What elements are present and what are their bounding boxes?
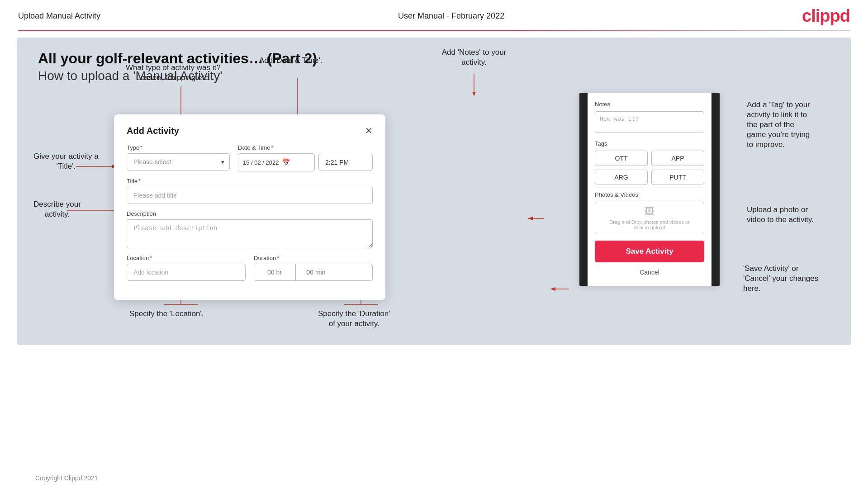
top-divider bbox=[18, 30, 850, 31]
duration-annotation: Specify the 'Duration' of your activity. bbox=[318, 309, 390, 329]
datetime-annotation: Add 'Date & Time'. bbox=[259, 56, 323, 66]
svg-marker-18 bbox=[527, 217, 533, 220]
logo: clippd bbox=[802, 6, 850, 26]
tag-annotation: Add a 'Tag' to your activity to link it … bbox=[747, 100, 846, 150]
title-group: Title* bbox=[127, 178, 373, 204]
title-annotation: Give your activity a 'Title'. bbox=[33, 152, 99, 171]
image-icon: 🖼 bbox=[645, 206, 655, 218]
svg-marker-20 bbox=[550, 287, 555, 291]
description-group: Description bbox=[127, 210, 373, 248]
type-select[interactable]: Please select bbox=[127, 153, 230, 171]
location-annotation: Specify the 'Location'. bbox=[129, 309, 204, 319]
page-title: Upload Manual Activity bbox=[18, 11, 100, 21]
tag-arg[interactable]: ARG bbox=[595, 170, 648, 185]
photo-drop-area[interactable]: 🖼 Drag and Drop photos and videos or cli… bbox=[595, 202, 704, 234]
save-cancel-annotation: 'Save Activity' or 'Cancel' your changes… bbox=[743, 264, 847, 294]
calendar-icon: 📅 bbox=[282, 158, 290, 166]
type-select-wrapper: Please select ▾ bbox=[127, 153, 230, 171]
notes-section-label: Notes bbox=[595, 101, 704, 108]
type-group: Type* Please select ▾ bbox=[127, 144, 230, 171]
duration-label: Duration* bbox=[254, 255, 373, 261]
date-input[interactable]: 15 / 02 / 2022 📅 bbox=[238, 153, 315, 171]
copyright-text: Copyright Clippd 2021 bbox=[35, 474, 98, 482]
duration-hr-input[interactable] bbox=[254, 264, 295, 280]
tags-section-label: Tags bbox=[595, 140, 704, 147]
location-label: Location* bbox=[127, 255, 246, 261]
location-input[interactable] bbox=[127, 264, 246, 281]
duration-inputs bbox=[254, 264, 373, 281]
add-activity-modal: Add Activity ✕ Type* Please select ▾ Dat… bbox=[114, 114, 385, 300]
description-label: Description bbox=[127, 210, 373, 217]
datetime-inputs: 15 / 02 / 2022 📅 bbox=[238, 153, 373, 171]
description-input[interactable] bbox=[127, 219, 373, 248]
datetime-label: Date & Time* bbox=[238, 144, 373, 151]
modal-header: Add Activity ✕ bbox=[127, 125, 373, 136]
title-field-label: Title* bbox=[127, 178, 373, 185]
document-title: User Manual - February 2022 bbox=[398, 11, 504, 21]
tag-app[interactable]: APP bbox=[651, 151, 704, 166]
duration-group: Duration* bbox=[254, 255, 373, 281]
location-duration-row: Location* Duration* bbox=[127, 255, 373, 281]
phone-panel: Notes Tags OTT APP ARG PUTT Photos & Vid… bbox=[579, 93, 720, 286]
duration-min-input[interactable] bbox=[296, 264, 337, 280]
save-activity-button[interactable]: Save Activity bbox=[595, 241, 704, 262]
description-annotation: Describe your activity. bbox=[33, 199, 81, 219]
location-group: Location* bbox=[127, 255, 246, 281]
datetime-group: Date & Time* 15 / 02 / 2022 📅 bbox=[238, 144, 373, 171]
photo-annotation: Upload a photo or video to the activity. bbox=[747, 205, 846, 225]
time-input[interactable] bbox=[318, 154, 373, 171]
photos-section-label: Photos & Videos bbox=[595, 191, 704, 198]
svg-marker-16 bbox=[472, 92, 476, 96]
top-bar: Upload Manual Activity User Manual - Feb… bbox=[0, 0, 868, 30]
photo-drop-text: Drag and Drop photos and videos or click… bbox=[609, 219, 689, 230]
cancel-link[interactable]: Cancel bbox=[595, 267, 704, 278]
type-datetime-row: Type* Please select ▾ Date & Time* 15 / … bbox=[127, 144, 373, 171]
footer: Copyright Clippd 2021 bbox=[35, 474, 98, 482]
tag-ott[interactable]: OTT bbox=[595, 151, 648, 166]
tag-putt[interactable]: PUTT bbox=[651, 170, 704, 185]
type-annotation: What type of activity was it? Lesson, Ch… bbox=[126, 63, 221, 83]
title-row: Title* bbox=[127, 178, 373, 204]
type-label: Type* bbox=[127, 144, 230, 151]
main-content: All your golf-relevant activities… (Part… bbox=[17, 38, 851, 345]
notes-annotation: Add 'Notes' to your activity. bbox=[422, 47, 526, 67]
modal-title: Add Activity bbox=[127, 126, 179, 136]
tags-grid: OTT APP ARG PUTT bbox=[595, 151, 704, 185]
title-input[interactable] bbox=[127, 187, 373, 204]
modal-close-button[interactable]: ✕ bbox=[365, 125, 373, 136]
notes-input[interactable] bbox=[595, 111, 704, 133]
phone-inner: Notes Tags OTT APP ARG PUTT Photos & Vid… bbox=[588, 93, 711, 286]
description-row: Description bbox=[127, 210, 373, 248]
